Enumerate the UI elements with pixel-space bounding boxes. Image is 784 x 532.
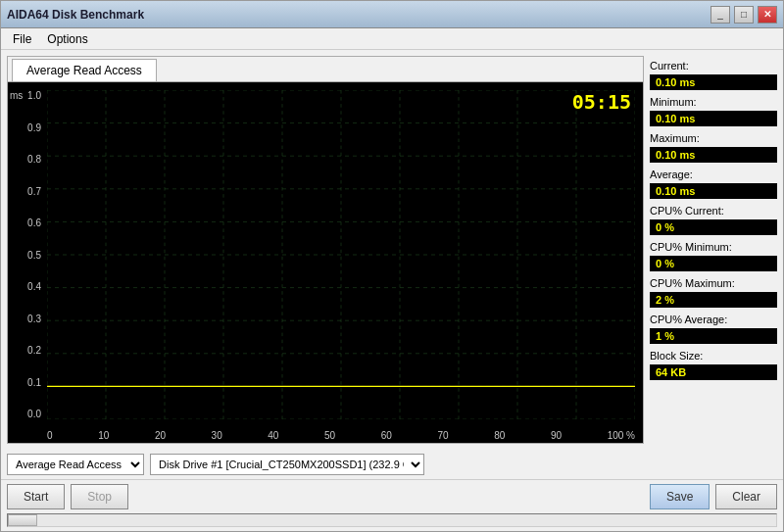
minimum-label: Minimum: [650, 96, 777, 108]
chart-area: ms 1.0 0.9 0.8 0.7 0.6 0.5 0.4 0.3 0.2 0… [8, 82, 643, 443]
save-button[interactable]: Save [650, 484, 710, 509]
x-label-60: 60 [381, 430, 392, 441]
maximize-button[interactable]: □ [734, 6, 754, 24]
x-label-30: 30 [212, 430, 222, 441]
tab-average-read-access[interactable]: Average Read Access [12, 59, 157, 81]
y-label-08: 0.8 [27, 154, 45, 165]
title-bar: AIDA64 Disk Benchmark _ □ ✕ [1, 1, 783, 28]
x-label-20: 20 [155, 430, 166, 441]
maximum-label: Maximum: [650, 132, 777, 144]
y-label-06: 0.6 [27, 218, 45, 228]
benchmark-dropdown[interactable]: Average Read Access [7, 454, 144, 475]
average-value: 0.10 ms [650, 183, 777, 199]
stop-button[interactable]: Stop [71, 484, 128, 509]
y-axis-labels: 1.0 0.9 0.8 0.7 0.6 0.5 0.4 0.3 0.2 0.1 … [10, 90, 45, 419]
cpu-average-label: CPU% Average: [650, 314, 777, 325]
x-label-100: 100 % [608, 430, 635, 441]
y-label-00: 0.0 [27, 409, 45, 419]
scrollbar-thumb[interactable] [8, 514, 37, 526]
x-label-40: 40 [268, 430, 278, 441]
main-content: Average Read Access ms 1.0 0.9 0.8 0.7 0… [1, 50, 783, 450]
menu-bar: File Options [1, 28, 783, 50]
x-label-0: 0 [47, 430, 53, 441]
cpu-current-value: 0 % [650, 219, 777, 235]
y-label-03: 0.3 [27, 314, 45, 324]
x-label-70: 70 [437, 430, 448, 441]
x-label-80: 80 [494, 430, 505, 441]
action-buttons: Start Stop Save Clear [1, 479, 783, 513]
clear-button[interactable]: Clear [715, 484, 777, 509]
y-label-10: 1.0 [27, 90, 45, 101]
y-label-09: 0.9 [27, 122, 45, 133]
maximum-value: 0.10 ms [650, 147, 777, 163]
average-label: Average: [650, 169, 777, 180]
bottom-controls: Average Read Access Disk Drive #1 [Cruci… [1, 450, 783, 479]
drive-dropdown[interactable]: Disk Drive #1 [Crucial_CT250MX200SSD1] (… [150, 454, 424, 475]
current-label: Current: [650, 60, 777, 72]
horizontal-scrollbar[interactable] [7, 513, 777, 527]
chart-panel: Average Read Access ms 1.0 0.9 0.8 0.7 0… [7, 56, 644, 444]
x-label-50: 50 [324, 430, 335, 441]
current-value: 0.10 ms [650, 74, 777, 90]
y-label-01: 0.1 [27, 377, 45, 388]
tab-bar: Average Read Access [8, 57, 643, 82]
chart-grid [47, 90, 635, 419]
cpu-minimum-label: CPU% Minimum: [650, 241, 777, 253]
menu-file[interactable]: File [5, 30, 39, 48]
y-label-07: 0.7 [27, 186, 45, 197]
y-label-04: 0.4 [27, 281, 45, 292]
cpu-maximum-value: 2 % [650, 292, 777, 308]
minimize-button[interactable]: _ [710, 6, 730, 24]
cpu-average-value: 1 % [650, 328, 777, 344]
x-axis-labels: 0 10 20 30 40 50 60 70 80 90 100 % [47, 430, 635, 441]
y-label-05: 0.5 [27, 250, 45, 261]
cpu-maximum-label: CPU% Maximum: [650, 277, 777, 289]
x-label-90: 90 [551, 430, 562, 441]
start-button[interactable]: Start [7, 484, 65, 509]
main-window: AIDA64 Disk Benchmark _ □ ✕ File Options… [0, 0, 784, 532]
block-size-label: Block Size: [650, 350, 777, 362]
window-controls: _ □ ✕ [710, 6, 777, 24]
stats-panel: Current: 0.10 ms Minimum: 0.10 ms Maximu… [650, 56, 777, 444]
block-size-value: 64 KB [650, 364, 777, 380]
timer-display: 05:15 [572, 90, 631, 114]
menu-options[interactable]: Options [39, 30, 95, 48]
minimum-value: 0.10 ms [650, 111, 777, 126]
cpu-current-label: CPU% Current: [650, 205, 777, 217]
close-button[interactable]: ✕ [758, 6, 777, 24]
y-label-02: 0.2 [27, 345, 45, 356]
x-label-10: 10 [98, 430, 109, 441]
cpu-minimum-value: 0 % [650, 256, 777, 271]
window-title: AIDA64 Disk Benchmark [7, 8, 144, 22]
bottom-area: Average Read Access Disk Drive #1 [Cruci… [1, 450, 783, 531]
